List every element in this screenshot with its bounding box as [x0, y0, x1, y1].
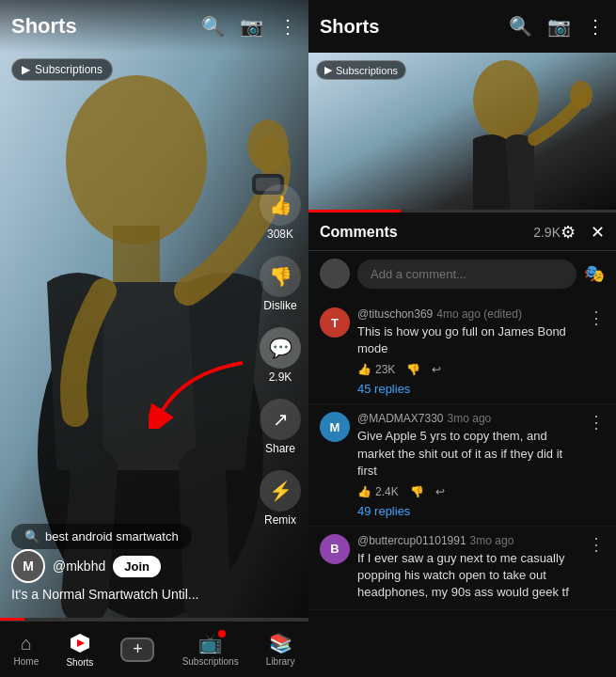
- dislike-icon: 👎: [406, 363, 420, 376]
- dislike-icon: 👎: [410, 485, 424, 498]
- subscriptions-badge[interactable]: ▶ Subscriptions: [11, 58, 113, 81]
- notification-dot: [218, 630, 226, 638]
- add-icon: +: [120, 638, 154, 662]
- filter-icon[interactable]: ⚙: [561, 222, 576, 243]
- comment-author: @tituschon369: [357, 307, 433, 321]
- comment-text: This is how you go full on James Bond mo…: [357, 323, 580, 357]
- comment-like[interactable]: 👍 2.4K: [357, 485, 399, 498]
- remix-button[interactable]: ⚡: [260, 470, 301, 512]
- search-bar[interactable]: 🔍 best android smartwatch: [11, 524, 192, 549]
- comment-input[interactable]: [357, 260, 577, 289]
- close-comments-icon[interactable]: ✕: [591, 222, 605, 243]
- comment-avatar: B: [320, 534, 350, 564]
- comment-actions: 👍 2.4K 👎 ↩: [357, 485, 580, 498]
- comment-action[interactable]: 💬 2.9K: [260, 327, 301, 384]
- remix-action[interactable]: ⚡ Remix: [260, 470, 301, 527]
- video-actions: 👍 308K 👎 Dislike 💬 2.9K ↗ Share ⚡ Remix: [260, 184, 301, 527]
- comment-button[interactable]: 💬: [260, 327, 301, 369]
- shorts-label: Shorts: [66, 657, 93, 668]
- share-button[interactable]: ↗: [260, 399, 301, 440]
- dislike-label: Dislike: [263, 299, 296, 312]
- right-more-icon[interactable]: ⋮: [586, 15, 605, 38]
- channel-name[interactable]: @mkbhd: [53, 559, 105, 574]
- comment-time: 3mo ago: [448, 412, 492, 425]
- emoji-icon[interactable]: 🎭: [584, 263, 605, 284]
- comment-like[interactable]: 👍 23K: [357, 363, 395, 376]
- like-button[interactable]: 👍: [260, 184, 301, 226]
- channel-avatar: M: [11, 549, 45, 583]
- svg-point-11: [473, 60, 539, 139]
- search-icon[interactable]: 🔍: [201, 15, 225, 38]
- commenter-avatar: [320, 259, 350, 289]
- dislike-button[interactable]: 👎: [260, 256, 301, 297]
- camera-icon[interactable]: 📷: [240, 15, 263, 38]
- right-header: Shorts 🔍 📷 ⋮: [308, 0, 616, 53]
- thumb-subscriptions-badge[interactable]: ▶ Subscriptions: [316, 60, 406, 80]
- right-camera-icon[interactable]: 📷: [547, 15, 571, 38]
- replies-link[interactable]: 49 replies: [357, 504, 580, 518]
- comment-author: @buttercup01101991: [357, 534, 466, 547]
- share-action[interactable]: ↗ Share: [260, 399, 301, 455]
- right-search-icon[interactable]: 🔍: [509, 15, 532, 38]
- comment-reply-icon[interactable]: ↩: [435, 485, 445, 498]
- subscriptions-badge-label: Subscriptions: [35, 63, 103, 76]
- svg-point-2: [66, 75, 207, 244]
- comment-dislike[interactable]: 👎: [410, 485, 424, 498]
- replies-link[interactable]: 45 replies: [357, 382, 580, 396]
- comment-more-icon[interactable]: ⋮: [588, 412, 605, 433]
- comment-author: @MADMAX7330: [357, 412, 444, 425]
- shorts-icon: [68, 631, 92, 655]
- like-icon: 👍: [357, 485, 371, 498]
- comment-content: @tituschon369 4mo ago (edited) This is h…: [357, 307, 580, 396]
- svg-rect-3: [113, 226, 160, 282]
- comment-avatar: M: [320, 412, 350, 442]
- comment-top: M @MADMAX7330 3mo ago Give Apple 5 yrs t…: [320, 412, 605, 518]
- channel-info: M @mkbhd Join It's a Normal Smartwatch U…: [11, 549, 252, 602]
- comments-count: 2.9K: [533, 225, 561, 240]
- add-comment-row: 🎭: [308, 251, 616, 296]
- nav-subscriptions[interactable]: 📺 Subscriptions: [182, 632, 239, 667]
- comment-content: @MADMAX7330 3mo ago Give Apple 5 yrs to …: [357, 412, 580, 518]
- comments-header: Comments 2.9K ⚙ ✕: [308, 213, 616, 251]
- nav-home[interactable]: ⌂ Home: [14, 633, 39, 667]
- right-title: Shorts: [320, 16, 509, 38]
- thumb-badge-label: Subscriptions: [336, 65, 398, 76]
- nav-add[interactable]: +: [120, 638, 154, 662]
- comment-text: If I ever saw a guy next to me casually …: [357, 550, 580, 602]
- comment-more-icon[interactable]: ⋮: [588, 307, 605, 328]
- comment-time: 3mo ago: [470, 534, 514, 547]
- reply-icon: ↩: [435, 485, 445, 498]
- search-bar-icon: 🔍: [24, 529, 39, 543]
- share-label: Share: [265, 442, 295, 455]
- library-icon: 📚: [269, 632, 292, 654]
- comment-text: Give Apple 5 yrs to copy them, and marke…: [357, 428, 580, 480]
- nav-shorts[interactable]: Shorts: [66, 631, 93, 668]
- comment-actions: 👍 23K 👎 ↩: [357, 363, 580, 376]
- left-header-icons: 🔍 📷 ⋮: [201, 15, 297, 38]
- more-icon[interactable]: ⋮: [278, 15, 297, 38]
- like-icon: 👍: [357, 363, 371, 376]
- comment-author-row: @buttercup01101991 3mo ago: [357, 534, 580, 547]
- comment-reply-icon[interactable]: ↩: [432, 363, 441, 376]
- join-button[interactable]: Join: [113, 556, 161, 577]
- right-panel: Shorts 🔍 📷 ⋮ ▶: [308, 0, 616, 677]
- nav-library[interactable]: 📚 Library: [266, 632, 295, 667]
- comments-list: T @tituschon369 4mo ago (edited) This is…: [308, 296, 616, 677]
- thumb-progress-bar: [308, 210, 616, 213]
- dislike-action[interactable]: 👎 Dislike: [260, 256, 301, 312]
- comments-header-icons: ⚙ ✕: [561, 222, 605, 243]
- home-icon: ⌂: [21, 633, 32, 654]
- comment-more-icon[interactable]: ⋮: [588, 534, 605, 555]
- svg-point-4: [247, 119, 289, 172]
- comment-content: @buttercup01101991 3mo ago If I ever saw…: [357, 534, 580, 602]
- like-action[interactable]: 👍 308K: [260, 184, 301, 241]
- video-title: It's a Normal Smartwatch Until...: [11, 587, 252, 602]
- like-count: 2.4K: [375, 485, 399, 498]
- left-title: Shorts: [11, 14, 201, 39]
- comments-title: Comments: [320, 224, 528, 241]
- comment-dislike[interactable]: 👎: [406, 363, 420, 376]
- video-thumbnail[interactable]: ▶ Subscriptions: [308, 53, 616, 213]
- reply-icon: ↩: [432, 363, 441, 376]
- red-arrow: [149, 354, 261, 433]
- comment-author-row: @tituschon369 4mo ago (edited): [357, 307, 580, 321]
